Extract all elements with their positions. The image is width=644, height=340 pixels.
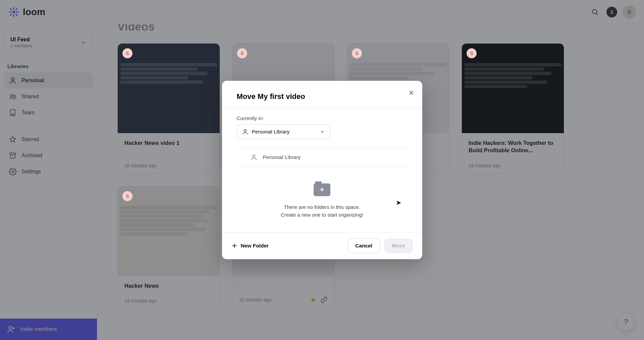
empty-line-2: Create a new one to start organizing! <box>237 211 408 219</box>
location-select[interactable]: Personal Library <box>237 124 330 139</box>
move-label: Move <box>392 243 405 248</box>
folder-option-label: Personal Library <box>263 154 301 160</box>
owner-avatar: S <box>237 48 247 58</box>
move-button[interactable]: Move <box>384 238 413 253</box>
new-folder-button[interactable]: New Folder <box>231 243 269 249</box>
folder-option-personal[interactable]: Personal Library <box>237 148 408 167</box>
close-icon: ✕ <box>409 89 414 97</box>
cancel-label: Cancel <box>355 243 372 248</box>
owner-avatar: S <box>352 48 362 58</box>
owner-avatar: S <box>122 48 132 58</box>
new-folder-label: New Folder <box>241 243 269 249</box>
empty-line-1: There are no folders in this space. <box>237 204 408 211</box>
person-icon <box>242 128 249 135</box>
owner-avatar: S <box>467 48 477 58</box>
svg-point-26 <box>244 129 246 132</box>
move-video-modal: Move My first video ✕ Currently in: Pers… <box>222 81 422 259</box>
chevron-down-icon <box>320 129 325 134</box>
svg-point-27 <box>253 155 255 157</box>
close-button[interactable]: ✕ <box>407 88 416 98</box>
empty-state: + There are no folders in this space. Cr… <box>237 167 408 222</box>
owner-avatar: S <box>122 191 132 201</box>
person-icon <box>250 154 258 161</box>
cancel-button[interactable]: Cancel <box>347 238 380 253</box>
modal-title: Move My first video <box>237 92 408 101</box>
folder-add-icon: + <box>314 183 330 196</box>
plus-icon <box>231 243 237 249</box>
modal-overlay[interactable]: Move My first video ✕ Currently in: Pers… <box>0 0 644 340</box>
location-value: Personal Library <box>252 129 290 135</box>
currently-in-label: Currently in: <box>237 115 408 121</box>
